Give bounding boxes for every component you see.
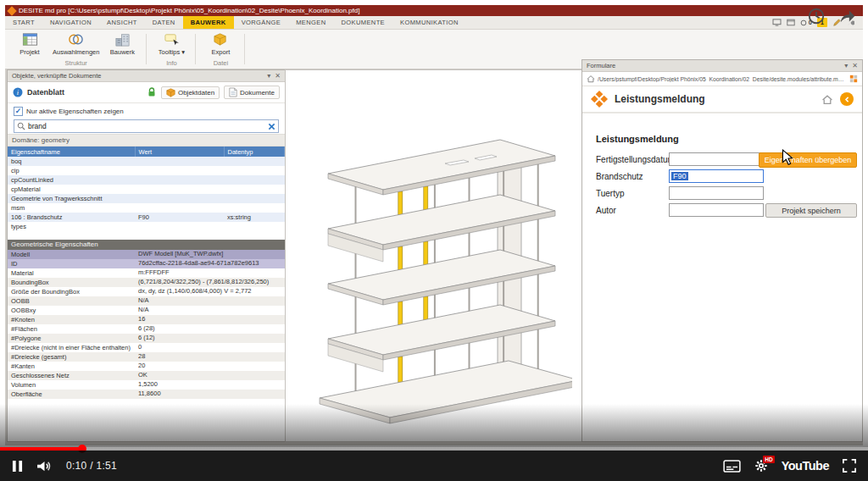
hd-badge: HD <box>763 456 774 463</box>
geometry-row[interactable]: ModellDWF Modell [MuK_TWP.dwfx] <box>8 250 285 259</box>
watch-later-clock-icon[interactable] <box>807 7 826 25</box>
toolbar-button-auswahlmengen[interactable]: Auswahlmengen <box>53 31 99 58</box>
document-icon <box>229 87 237 97</box>
toolbar-button-export[interactable]: Export <box>202 31 239 58</box>
submit-properties-button[interactable]: Eigenschaften übergeben <box>759 152 857 168</box>
clear-search-icon[interactable] <box>268 123 275 130</box>
form-row: Tuertyp <box>596 186 857 200</box>
field-label: Autor <box>596 206 669 215</box>
input-autor[interactable] <box>669 203 764 217</box>
property-row[interactable]: msm <box>8 203 285 213</box>
fullscreen-button[interactable] <box>843 459 856 473</box>
geometry-row[interactable]: Geschlossenes NetzOK <box>8 371 285 380</box>
home-icon[interactable] <box>587 75 595 83</box>
subtitles-icon <box>723 460 741 473</box>
property-row[interactable]: types <box>8 222 285 231</box>
geometry-row[interactable]: Oberfläche11,8600 <box>8 390 285 399</box>
geometry-row[interactable]: Größe der BoundingBoxdx, dy, dz (1,140/0… <box>8 287 285 296</box>
toolbar-group-info: Tooltips ▾Info <box>147 30 196 69</box>
module-grid-icon[interactable] <box>849 75 858 83</box>
back-button[interactable] <box>840 92 854 106</box>
domain-label: Domäne: geometry <box>8 134 285 147</box>
property-row[interactable]: boq <box>8 157 285 166</box>
player-top-icons <box>807 7 858 25</box>
ribbon-tab-list: STARTNAVIGATIONANSICHTDATENBAUWERKVORGÄN… <box>5 16 466 29</box>
window-icon[interactable] <box>787 19 795 26</box>
ribbon-tab-navigation[interactable]: NAVIGATION <box>42 16 99 29</box>
pause-button[interactable] <box>12 460 23 473</box>
geometry-row[interactable]: Volumen1,5200 <box>8 380 285 390</box>
geometry-row[interactable]: #Dreiecke (gesamt)28 <box>8 352 285 362</box>
ribbon-tab-bauwerk[interactable]: BAUWERK <box>183 16 234 29</box>
youtube-logo[interactable]: YouTube <box>782 459 829 473</box>
col-eigenschaftname[interactable]: Eigenschaftname <box>8 147 135 157</box>
ribbon-tabs: STARTNAVIGATIONANSICHTDATENBAUWERKVORGÄN… <box>5 16 863 30</box>
geometry-row[interactable]: BoundingBox(6,721/8,204/322,250) - (7,86… <box>8 278 285 287</box>
app-logo-icon <box>7 6 16 15</box>
toolbar-button-tooltips[interactable]: Tooltips ▾ <box>153 31 190 58</box>
form-path-bar: /Users/pstumpf/Desktop/Projekt Phönix/05… <box>582 72 862 86</box>
geometry-row[interactable]: OOBBN/A <box>8 296 285 306</box>
toolbar-button-bauwerk[interactable]: Bauwerk <box>103 31 141 58</box>
form-body: Leistungsmeldung FertigstellungsdatumBra… <box>582 113 862 441</box>
geometry-row[interactable]: ID76d2cffac-2218-4da8-ae94-671a782e9613 <box>8 259 285 268</box>
ribbon-tab-start[interactable]: START <box>5 16 42 29</box>
search-input[interactable] <box>28 122 265 130</box>
save-project-button[interactable]: Projekt speichern <box>765 203 857 218</box>
ribbon-tab-mengen[interactable]: MENGEN <box>288 16 333 29</box>
pin-icon[interactable]: ▾ <box>844 60 848 71</box>
input-fertigstellungsdatum[interactable] <box>669 152 764 166</box>
ribbon-tab-dokumente[interactable]: DOKUMENTE <box>334 16 393 29</box>
active-properties-checkbox[interactable]: ✓ <box>14 107 23 116</box>
col-wert[interactable]: Wert <box>135 147 224 157</box>
player-controls: 0:10 / 1:51 HD YouTube <box>0 451 868 481</box>
property-row[interactable]: Geometrie von Tragwerksschnitt <box>8 194 285 203</box>
ribbon-tab-daten[interactable]: DATEN <box>145 16 183 29</box>
field-label: Tuertyp <box>596 189 669 198</box>
form-title: Leistungsmeldung <box>596 134 857 144</box>
volume-button[interactable] <box>36 460 53 473</box>
objects-panel: Objekte, verknüpfte Dokumente ▾ ✕ i Date… <box>7 69 286 442</box>
forms-panel: Formulare ▾ ✕ /Users/pstumpf/Desktop/Pro… <box>581 59 863 442</box>
export-icon <box>213 31 229 47</box>
3d-viewport[interactable] <box>285 69 582 442</box>
ribbon-tab-kommunikation[interactable]: KOMMUNIKATION <box>392 16 466 29</box>
input-brandschutz[interactable]: F90 <box>669 169 764 183</box>
property-row[interactable]: cpCountLinked <box>8 175 285 185</box>
info-icon: i <box>13 87 23 97</box>
dokumente-button[interactable]: Dokumente <box>224 86 280 99</box>
property-row[interactable]: 106 : BrandschutzF90xs:string <box>8 213 285 222</box>
geometry-row[interactable]: #Dreiecke (nicht in einer Fläche enthalt… <box>8 343 285 352</box>
checkbox-label: Nur aktive Eigenschaften zeigen <box>26 108 124 115</box>
geometry-row[interactable]: #Flächen6 (28) <box>8 324 285 334</box>
ribbon-tab-vorgänge[interactable]: VORGÄNGE <box>234 16 289 29</box>
close-icon[interactable]: ✕ <box>275 70 281 81</box>
field-label: Fertigstellungsdatum <box>596 155 669 164</box>
pin-icon[interactable]: ▾ <box>267 70 270 81</box>
geometry-row[interactable]: Materialm:FFFDFF <box>8 268 285 278</box>
objektdaten-button[interactable]: Objektdaten <box>161 86 220 99</box>
share-icon[interactable] <box>837 7 858 25</box>
fullscreen-icon <box>843 459 856 473</box>
col-datentyp[interactable]: Datentyp <box>224 147 285 157</box>
time-display: 0:10 / 1:51 <box>66 460 117 472</box>
geometry-row[interactable]: OOBBxyN/A <box>8 306 285 315</box>
monitor-icon[interactable] <box>772 19 782 26</box>
toolbar-button-projekt[interactable]: Projekt <box>11 31 48 58</box>
ribbon-tab-ansicht[interactable]: ANSICHT <box>99 16 145 29</box>
geometry-row[interactable]: #Knoten16 <box>8 315 285 324</box>
settings-button[interactable]: HD <box>754 459 768 473</box>
property-row[interactable]: cpMaterial <box>8 185 285 194</box>
home-icon[interactable] <box>821 94 833 105</box>
property-row[interactable]: cip <box>8 166 285 175</box>
table-icon <box>22 31 38 47</box>
toolbar-group-datei: ExportDatei <box>196 30 245 69</box>
lock-icon[interactable] <box>147 87 157 97</box>
arrow-left-icon <box>843 96 851 103</box>
close-icon[interactable]: ✕ <box>852 60 858 71</box>
geometry-row[interactable]: #Polygone6 (12) <box>8 334 285 343</box>
geometry-row[interactable]: #Kanten20 <box>8 362 285 371</box>
geometry-table-body: ModellDWF Modell [MuK_TWP.dwfx]ID76d2cff… <box>8 250 285 399</box>
subtitles-button[interactable] <box>723 460 741 473</box>
input-tuertyp[interactable] <box>669 186 764 200</box>
